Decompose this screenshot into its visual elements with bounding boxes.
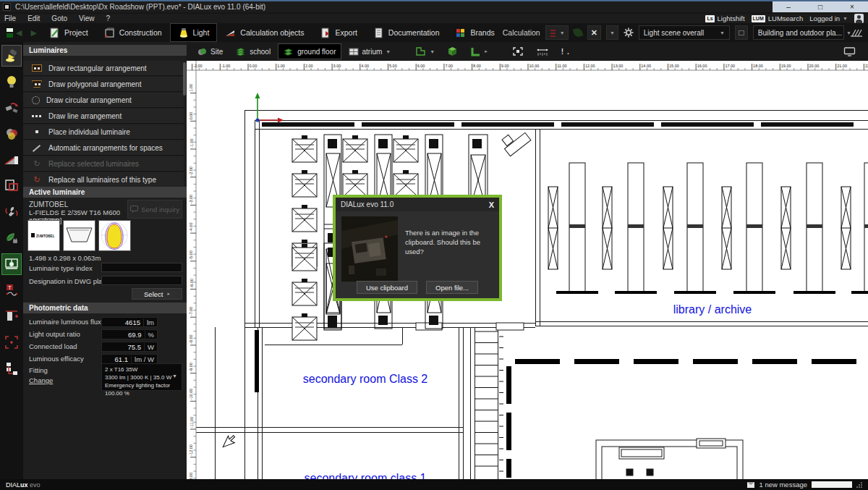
luminaire-profile-thumbnail[interactable] [63, 220, 95, 251]
column-plus-icon [4, 308, 20, 324]
text-tool-button[interactable]: T [1, 279, 22, 301]
cancel-calculation-button[interactable]: ✕ [587, 25, 601, 40]
photometric-unit: W [144, 343, 157, 351]
photometric-value-box[interactable]: 69.9% [101, 329, 158, 339]
bulb-tool-button[interactable] [1, 71, 22, 93]
photometric-row-label: Connected load [29, 342, 77, 350]
dwg-designation-input[interactable] [101, 276, 182, 285]
lumsearch-button[interactable]: LUM LUMsearch [752, 14, 804, 22]
change-fitting-link[interactable]: Change [29, 376, 53, 384]
maximize-button[interactable]: □ [804, 1, 836, 12]
svg-text:4.00: 4.00 [361, 64, 369, 68]
mode-documentation[interactable]: Documentation [365, 23, 448, 42]
menu-help[interactable]: ? [106, 14, 111, 22]
light-scene-edit-button[interactable] [735, 25, 748, 40]
luminaire-list-item[interactable]: Draw line arrangement [23, 109, 184, 124]
toolbar-right-cluster: Calculation ▼ ✕ ▼ Light scene overall▼ B… [503, 25, 868, 40]
annotation-button[interactable]: !. [556, 43, 575, 59]
calculation-options-button[interactable]: ▼ [545, 25, 569, 40]
photometric-value-box[interactable]: 4615lm [101, 317, 158, 327]
mode-export[interactable]: Export [312, 23, 365, 42]
list-scrollbar[interactable] [183, 62, 186, 96]
hierarchy-tool-button[interactable] [1, 358, 22, 379]
text-path-icon: T [4, 282, 20, 298]
photometric-value: 61.1 [102, 355, 131, 363]
building-dropdown[interactable]: Building and outdoor pla...▼ [753, 25, 844, 40]
window-controls: – □ × [773, 1, 868, 12]
dialog-close-button[interactable]: X [489, 200, 494, 209]
photometric-value-box[interactable]: 75.5W [101, 342, 158, 352]
status-message[interactable]: 1 new message [759, 481, 807, 489]
plan-view-dropdown[interactable]: ▼ [410, 43, 440, 59]
light-scene-dropdown[interactable]: Light scene overall▼ [639, 25, 730, 40]
redo-icon[interactable]: ▶ [30, 28, 36, 38]
photometric-value: 75.5 [102, 343, 144, 351]
avatar[interactable] [854, 14, 864, 23]
luminaire-list-item[interactable]: Automatic arrangements for spaces [23, 140, 184, 156]
menu-edit[interactable]: Edit [27, 14, 40, 22]
measure-button[interactable] [531, 43, 554, 59]
photometric-value-box[interactable]: 61.1lm / W [101, 354, 158, 364]
column-tool-button[interactable] [1, 305, 22, 327]
luminaire-list-item[interactable]: Draw polygonal arrangement [23, 77, 184, 92]
calculation-objects-icon [225, 28, 236, 38]
bulb-icon [4, 74, 20, 90]
space-atrium-dropdown[interactable]: atrium ▼ [344, 43, 396, 59]
open-file-button[interactable]: Open file... [426, 281, 478, 294]
view-3d-button[interactable] [442, 43, 463, 59]
luminaire-list-item[interactable]: Draw circular arrangement [23, 93, 184, 108]
copy-room-tool-button[interactable] [1, 175, 22, 197]
svg-text:-8.00: -8.00 [190, 334, 194, 344]
storey-ground-floor-button[interactable]: ground floor [278, 43, 341, 59]
luminaire-list-item[interactable]: Place individual luminaire [23, 124, 184, 140]
gear-icon[interactable] [624, 28, 634, 38]
light-tool-button[interactable] [1, 45, 22, 67]
close-button[interactable]: × [836, 1, 868, 12]
luminaire-list-item[interactable]: Draw rectangular arrangement [23, 61, 184, 76]
svg-text:20.00: 20.00 [809, 64, 820, 68]
color-tool-button[interactable] [1, 123, 22, 145]
type-index-input[interactable] [101, 263, 182, 272]
furnish-tool-button[interactable] [1, 253, 22, 275]
fitting-value-box[interactable]: 2 x T16 35W 3300 lm | 3000 K | 35.0 W Em… [101, 363, 182, 391]
luminaire-logo-thumbnail[interactable]: ZUMTOBEL [27, 220, 60, 251]
dialog-title-bar[interactable]: DIALux evo 11.0 X [336, 198, 499, 211]
resize-grip-icon[interactable] [856, 482, 862, 488]
view-section-button[interactable]: ▸ [465, 43, 493, 59]
move-luminaire-tool-button[interactable] [1, 97, 22, 119]
mode-construction[interactable]: Construction [96, 23, 170, 42]
roof-hatch-icon[interactable] [849, 28, 864, 38]
svg-text:T: T [8, 284, 12, 291]
use-clipboard-button[interactable]: Use clipboard [357, 281, 417, 294]
menu-view[interactable]: View [79, 14, 95, 22]
energy-tool-button[interactable] [1, 227, 22, 249]
lightshift-button[interactable]: Ls Lightshift [705, 14, 744, 22]
luminaire-list-item[interactable]: ↻Replace all luminaires of this type [23, 172, 184, 187]
fitting-label: Fitting [29, 366, 48, 374]
fitting-dropdown-icon[interactable]: ▼ [172, 373, 177, 379]
calculation-dropdown-button[interactable]: ▼ [606, 25, 618, 40]
luminaire-item-label: Replace selected luminaires [48, 160, 139, 168]
menu-goto[interactable]: Goto [51, 14, 67, 22]
menu-file[interactable]: File [4, 14, 16, 22]
select-luminaire-button[interactable]: Select ▸ [132, 288, 182, 300]
mode-light[interactable]: Light [170, 23, 218, 42]
luminaire-item-label: Automatic arrangements for spaces [48, 144, 163, 152]
mode-project[interactable]: Project [41, 23, 96, 42]
site-button[interactable]: Site [192, 43, 228, 59]
undo-icon[interactable]: ◀ [16, 28, 22, 38]
logged-in-dropdown[interactable]: Logged in ▼ [809, 14, 848, 22]
floor-plan-canvas[interactable]: library / archive secondary room Class 2… [187, 61, 868, 479]
mode-calculation-objects[interactable]: Calculation objects [217, 23, 312, 42]
zoom-fit-button[interactable] [507, 43, 529, 59]
mode-brands[interactable]: Brands [447, 23, 502, 42]
display-mode-button[interactable] [838, 43, 861, 59]
minimize-button[interactable]: – [773, 1, 804, 12]
scene-tool-button[interactable] [1, 149, 22, 171]
send-inquiry-button[interactable]: Send inquiry [127, 200, 182, 219]
tools-button[interactable] [1, 201, 22, 223]
building-school-button[interactable]: school [230, 43, 276, 59]
frame-tool-button[interactable] [1, 331, 22, 353]
luminaire-polar-thumbnail[interactable] [98, 220, 131, 251]
mode-construction-label: Construction [119, 28, 162, 37]
